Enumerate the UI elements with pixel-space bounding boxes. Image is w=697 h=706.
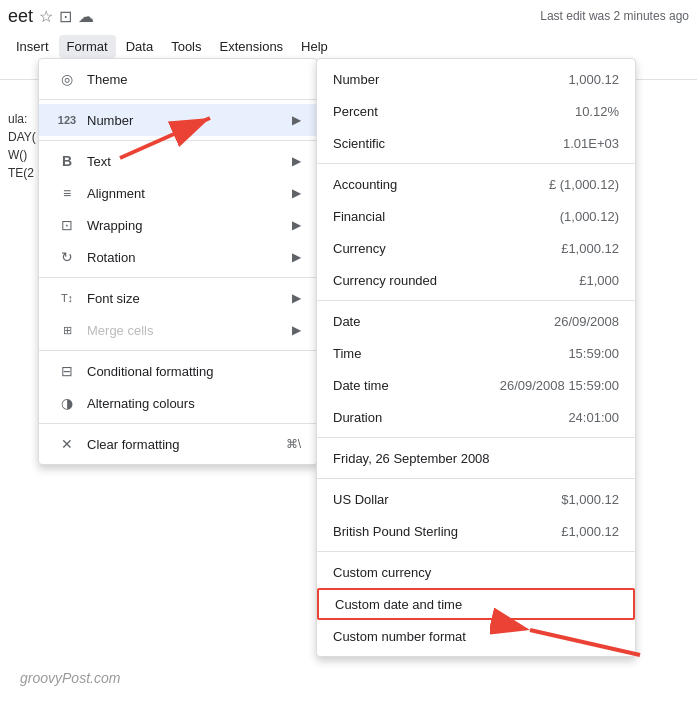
format-menu-fontsize-label: Font size	[87, 291, 292, 306]
submenu-gbp-value: £1,000.12	[561, 524, 619, 539]
submenu-item-currency[interactable]: Currency £1,000.12	[317, 232, 635, 264]
submenu-scientific-value: 1.01E+03	[563, 136, 619, 151]
format-menu-item-fontsize[interactable]: T↕ Font size ▶	[39, 282, 317, 314]
format-menu-item-rotation[interactable]: ↻ Rotation ▶	[39, 241, 317, 273]
rotation-icon: ↻	[55, 249, 79, 265]
submenu-number-label: Number	[333, 72, 568, 87]
submenu-custom-currency-label: Custom currency	[333, 565, 619, 580]
submenu-item-currency-rounded[interactable]: Currency rounded £1,000	[317, 264, 635, 296]
submenu-item-date[interactable]: Date 26/09/2008	[317, 305, 635, 337]
submenu-item-datetime[interactable]: Date time 26/09/2008 15:59:00	[317, 369, 635, 401]
text-arrow-icon: ▶	[292, 154, 301, 168]
menu-item-format[interactable]: Format	[59, 35, 116, 58]
submenu-percent-value: 10.12%	[575, 104, 619, 119]
submenu-item-long-date[interactable]: Friday, 26 September 2008	[317, 442, 635, 474]
format-menu-divider-2	[39, 140, 317, 141]
menu-item-data[interactable]: Data	[118, 35, 161, 58]
format-menu-divider-4	[39, 350, 317, 351]
number-submenu: Number 1,000.12 Percent 10.12% Scientifi…	[316, 58, 636, 657]
submenu-item-financial[interactable]: Financial (1,000.12)	[317, 200, 635, 232]
submenu-item-usdollar[interactable]: US Dollar $1,000.12	[317, 483, 635, 515]
cloud-icon[interactable]: ☁	[78, 7, 94, 26]
submenu-item-custom-number[interactable]: Custom number format	[317, 620, 635, 652]
submenu-duration-value: 24:01:00	[568, 410, 619, 425]
format-menu-item-text[interactable]: B Text ▶	[39, 145, 317, 177]
last-edit-text: Last edit was 2 minutes ago	[540, 9, 689, 23]
merge-icon: ⊞	[55, 324, 79, 337]
submenu-custom-number-label: Custom number format	[333, 629, 619, 644]
submenu-item-accounting[interactable]: Accounting £ (1,000.12)	[317, 168, 635, 200]
submenu-item-number[interactable]: Number 1,000.12	[317, 63, 635, 95]
submenu-item-custom-datetime[interactable]: Custom date and time	[317, 588, 635, 620]
format-menu-clear-label: Clear formatting	[87, 437, 286, 452]
theme-icon: ◎	[55, 71, 79, 87]
submenu-scientific-label: Scientific	[333, 136, 563, 151]
conditional-icon: ⊟	[55, 363, 79, 379]
submenu-item-gbp[interactable]: British Pound Sterling £1,000.12	[317, 515, 635, 547]
submenu-divider-3	[317, 437, 635, 438]
menu-item-tools[interactable]: Tools	[163, 35, 209, 58]
watermark: groovyPost.com	[20, 670, 120, 686]
submenu-divider-2	[317, 300, 635, 301]
format-menu-item-alignment[interactable]: ≡ Alignment ▶	[39, 177, 317, 209]
alignment-icon: ≡	[55, 185, 79, 201]
submenu-financial-value: (1,000.12)	[560, 209, 619, 224]
format-menu: ◎ Theme 123 Number ▶ B Text ▶ ≡ Alignmen…	[38, 58, 318, 465]
format-menu-wrapping-label: Wrapping	[87, 218, 292, 233]
menu-item-help[interactable]: Help	[293, 35, 336, 58]
menu-bar: Insert Format Data Tools Extensions Help	[0, 32, 697, 60]
submenu-date-label: Date	[333, 314, 554, 329]
format-menu-divider-3	[39, 277, 317, 278]
submenu-item-scientific[interactable]: Scientific 1.01E+03	[317, 127, 635, 159]
format-menu-alternating-label: Alternating colours	[87, 396, 301, 411]
format-menu-item-conditional[interactable]: ⊟ Conditional formatting	[39, 355, 317, 387]
format-menu-divider-1	[39, 99, 317, 100]
submenu-time-label: Time	[333, 346, 568, 361]
submenu-number-value: 1,000.12	[568, 72, 619, 87]
format-menu-alignment-label: Alignment	[87, 186, 292, 201]
submenu-date-value: 26/09/2008	[554, 314, 619, 329]
submenu-financial-label: Financial	[333, 209, 560, 224]
submenu-divider-4	[317, 478, 635, 479]
folder-icon[interactable]: ⊡	[59, 7, 72, 26]
text-bold-icon: B	[55, 153, 79, 169]
submenu-item-custom-currency[interactable]: Custom currency	[317, 556, 635, 588]
submenu-accounting-value: £ (1,000.12)	[549, 177, 619, 192]
format-menu-merge-label: Merge cells	[87, 323, 292, 338]
format-menu-item-merge: ⊞ Merge cells ▶	[39, 314, 317, 346]
submenu-divider-1	[317, 163, 635, 164]
number-arrow-icon: ▶	[292, 113, 301, 127]
app-title: eet	[8, 6, 33, 27]
format-menu-theme-label: Theme	[87, 72, 301, 87]
submenu-currency-label: Currency	[333, 241, 561, 256]
submenu-item-time[interactable]: Time 15:59:00	[317, 337, 635, 369]
format-menu-item-number[interactable]: 123 Number ▶	[39, 104, 317, 136]
submenu-usdollar-value: $1,000.12	[561, 492, 619, 507]
submenu-usdollar-label: US Dollar	[333, 492, 561, 507]
format-menu-item-alternating[interactable]: ◑ Alternating colours	[39, 387, 317, 419]
fontsize-icon: T↕	[55, 292, 79, 304]
format-menu-number-label: Number	[87, 113, 292, 128]
submenu-accounting-label: Accounting	[333, 177, 549, 192]
submenu-long-date-label: Friday, 26 September 2008	[333, 451, 619, 466]
menu-item-extensions[interactable]: Extensions	[212, 35, 292, 58]
submenu-percent-label: Percent	[333, 104, 575, 119]
clear-icon: ✕	[55, 436, 79, 452]
submenu-duration-label: Duration	[333, 410, 568, 425]
submenu-item-duration[interactable]: Duration 24:01:00	[317, 401, 635, 433]
format-menu-item-wrapping[interactable]: ⊡ Wrapping ▶	[39, 209, 317, 241]
submenu-time-value: 15:59:00	[568, 346, 619, 361]
submenu-currency-rounded-label: Currency rounded	[333, 273, 579, 288]
fontsize-arrow-icon: ▶	[292, 291, 301, 305]
submenu-item-percent[interactable]: Percent 10.12%	[317, 95, 635, 127]
format-menu-conditional-label: Conditional formatting	[87, 364, 301, 379]
wrapping-arrow-icon: ▶	[292, 218, 301, 232]
format-menu-divider-5	[39, 423, 317, 424]
submenu-datetime-value: 26/09/2008 15:59:00	[500, 378, 619, 393]
format-menu-rotation-label: Rotation	[87, 250, 292, 265]
star-icon[interactable]: ☆	[39, 7, 53, 26]
format-menu-item-theme[interactable]: ◎ Theme	[39, 63, 317, 95]
menu-item-insert[interactable]: Insert	[8, 35, 57, 58]
format-menu-item-clear[interactable]: ✕ Clear formatting ⌘\	[39, 428, 317, 460]
submenu-gbp-label: British Pound Sterling	[333, 524, 561, 539]
